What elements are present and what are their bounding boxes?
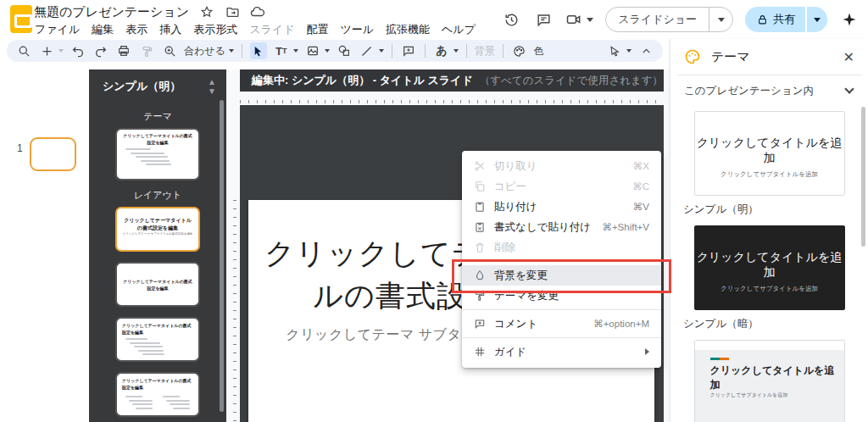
menu-item-change-background[interactable]: 背景を変更: [462, 265, 661, 286]
menu-item-guides[interactable]: ガイド: [462, 341, 661, 362]
text-style-caret-icon[interactable]: [453, 49, 459, 53]
zoom-fit-label[interactable]: 合わせる: [184, 44, 225, 58]
search-menus-icon[interactable]: [15, 42, 32, 59]
insert-line-button[interactable]: [359, 42, 376, 59]
color-button[interactable]: 色: [534, 44, 544, 58]
paint-roller-icon: [473, 290, 486, 303]
comment-history-icon[interactable]: [533, 9, 554, 30]
theme-name-light: シンプル（明）: [683, 203, 868, 217]
comment-plus-icon: [473, 318, 486, 330]
menu-item-copy[interactable]: コピー⌘C: [462, 176, 661, 197]
menu-separator: [462, 261, 661, 262]
text-caret-icon[interactable]: [293, 49, 298, 53]
background-button[interactable]: 背景: [475, 44, 495, 58]
menu-item-change-theme[interactable]: テーマを変更: [462, 286, 661, 306]
new-slide-button[interactable]: [38, 42, 55, 59]
star-icon[interactable]: [199, 4, 214, 19]
insert-shape-button[interactable]: [336, 42, 353, 59]
panel-title: テーマ: [711, 49, 833, 65]
in-this-presentation-row[interactable]: このプレゼンテーション内: [670, 75, 868, 106]
gemini-sparkle-icon[interactable]: [839, 9, 860, 30]
menu-edit[interactable]: 編集: [86, 20, 120, 39]
builder-theme-title: シンプル（明）: [103, 79, 181, 94]
builder-scrollbar[interactable]: [220, 100, 224, 412]
insert-comment-button[interactable]: [400, 42, 417, 59]
layout-thumbnail-title[interactable]: クリックしてテーマタイトルの書式設定を編集 クリックしてテーマ サブタイトルの書…: [115, 207, 200, 252]
menu-separator: [462, 309, 661, 310]
menu-item-cut[interactable]: 切り取り⌘X: [462, 156, 661, 176]
menu-insert[interactable]: 挿入: [153, 20, 187, 39]
new-slide-caret-icon[interactable]: [58, 49, 64, 53]
zoom-fit-caret-icon[interactable]: [229, 49, 234, 53]
context-menu: 切り取り⌘X コピー⌘C 貼り付け⌘V 書式なしで貼り付け⌘+Shift+V 削…: [462, 151, 661, 368]
insert-image-button[interactable]: [304, 42, 321, 59]
panel-scrollbar[interactable]: [861, 107, 865, 247]
collapse-toolbar-icon[interactable]: [637, 42, 654, 59]
menu-help[interactable]: ヘルプ: [436, 20, 481, 39]
menu-format[interactable]: 表示形式: [187, 20, 243, 39]
menu-file[interactable]: ファイル: [29, 20, 86, 39]
document-title[interactable]: 無題のプレゼンテーション: [34, 4, 189, 20]
meet-button[interactable]: [565, 11, 593, 28]
pointer-caret-icon[interactable]: [626, 49, 632, 53]
paint-format-button[interactable]: [138, 42, 155, 59]
theme-name-dark: シンプル（暗）: [683, 317, 868, 331]
close-panel-icon[interactable]: ✕: [843, 49, 854, 65]
menu-tools[interactable]: ツール: [334, 20, 380, 39]
menu-item-comment[interactable]: コメント⌘+option+M: [462, 314, 661, 334]
slide-thumbnail-1[interactable]: [30, 137, 76, 171]
cloud-status-icon[interactable]: [250, 4, 265, 19]
slideshow-button[interactable]: スライドショー: [605, 7, 733, 32]
print-button[interactable]: [115, 42, 132, 59]
theme-color-icon[interactable]: [511, 42, 528, 59]
menu-item-delete[interactable]: 削除: [462, 237, 661, 258]
layout-section-label: レイアウト: [89, 189, 226, 202]
layout-thumbnail-two-column[interactable]: クリックしてテーマタイトルの書式設定を編集: [115, 372, 200, 417]
clipboard-icon: [473, 201, 486, 214]
layout-thumbnail-body[interactable]: クリックしてテーマタイトルの書式設定を編集: [115, 317, 200, 362]
menu-item-paste-without-format[interactable]: 書式なしで貼り付け⌘+Shift+V: [462, 217, 661, 237]
text-box-button[interactable]: TT: [273, 42, 290, 59]
laser-pointer-button[interactable]: [606, 42, 623, 59]
reorder-icon[interactable]: ▲▼: [208, 77, 216, 96]
share-dropdown[interactable]: [805, 7, 827, 32]
menu-view[interactable]: 表示: [120, 20, 153, 39]
text-style-button[interactable]: あ: [433, 42, 450, 59]
themes-panel: テーマ ✕ このプレゼンテーション内 クリックしてタイトルを追加 クリックしてサ…: [670, 39, 868, 422]
theme-card-simple-light[interactable]: クリックしてタイトルを追加 クリックしてサブタイトルを追加: [694, 111, 845, 196]
menu-extensions[interactable]: 拡張機能: [380, 20, 436, 39]
select-tool-button[interactable]: [250, 42, 267, 59]
slide-number: 1: [17, 142, 23, 154]
menu-arrange[interactable]: 配置: [300, 20, 334, 39]
share-button[interactable]: 共有: [745, 7, 827, 32]
slideshow-dropdown[interactable]: [709, 8, 732, 31]
top-bar: 無題のプレゼンテーション ファイル 編集 表示 挿入 表示形式 スライド 配置 …: [0, 0, 868, 39]
image-caret-icon[interactable]: [325, 49, 330, 53]
slideshow-label: スライドショー: [606, 8, 709, 31]
undo-button[interactable]: [70, 42, 86, 59]
layout-thumbnail-section[interactable]: クリックしてテーマタイトルの書式設定を編集: [115, 262, 200, 307]
menu-separator: [462, 337, 661, 338]
master-slide-thumbnail[interactable]: クリックしてテーマタイトルの書式設定を編集: [115, 128, 200, 180]
editing-label: 編集中: シンプル（明） - タイトル スライド: [252, 73, 473, 88]
theme-builder-panel: シンプル（明） ▲▼ テーマ クリックしてテーマタイトルの書式設定を編集 レイア…: [89, 69, 226, 422]
vertical-ruler: [228, 200, 236, 422]
guides-icon: [473, 346, 486, 358]
redo-button[interactable]: [92, 42, 109, 59]
menu-bar: ファイル 編集 表示 挿入 表示形式 スライド 配置 ツール 拡張機能 ヘルプ: [29, 20, 481, 39]
slide-filmstrip: 1: [0, 66, 89, 422]
menu-slide[interactable]: スライド: [243, 20, 300, 39]
accent-dash: [710, 358, 729, 360]
version-history-icon[interactable]: [501, 9, 521, 30]
theme-card-simple-dark[interactable]: クリックしてタイトルを追加 クリックしてサブタイトルを追加: [694, 225, 845, 310]
share-label: 共有: [773, 12, 795, 27]
menu-item-paste[interactable]: 貼り付け⌘V: [462, 197, 661, 217]
horizontal-ruler: [240, 95, 664, 103]
copy-icon: [473, 180, 486, 193]
move-folder-icon[interactable]: [225, 4, 240, 19]
line-caret-icon[interactable]: [379, 49, 384, 53]
chevron-down-icon: [844, 84, 854, 93]
theme-card-streamline[interactable]: クリックしてタイトルを追加 クリックしてサブタイトルを追加: [694, 340, 845, 422]
zoom-in-icon[interactable]: [161, 42, 178, 59]
editing-note: （すべてのスライドで使用されます）: [480, 74, 663, 88]
